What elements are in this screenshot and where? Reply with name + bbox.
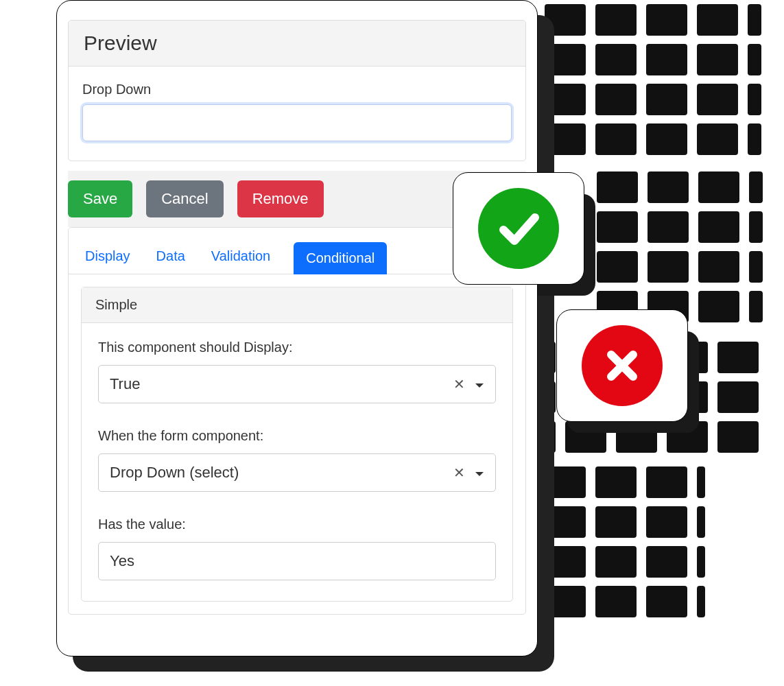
tab-conditional-body: Simple This component should Display: Tr… (69, 274, 525, 614)
save-button[interactable]: Save (68, 180, 132, 217)
simple-header: Simple (82, 287, 512, 323)
dropdown-field-label: Drop Down (82, 82, 512, 97)
display-label: This component should Display: (98, 340, 496, 355)
component-editor-card: Preview Drop Down Save Cancel Remove Dis… (56, 0, 538, 657)
simple-conditional-panel: Simple This component should Display: Tr… (81, 287, 513, 602)
x-circle-icon (582, 325, 663, 406)
when-group: When the form component: Drop Down (sele… (98, 428, 496, 492)
background-pattern (597, 172, 763, 331)
tab-display[interactable]: Display (82, 241, 133, 274)
chevron-down-icon (475, 464, 484, 482)
display-select[interactable]: True ✕ (98, 365, 496, 403)
simple-body: This component should Display: True ✕ Wh… (82, 323, 512, 601)
when-label: When the form component: (98, 428, 496, 444)
background-pattern (545, 4, 761, 163)
error-tile (556, 309, 688, 422)
chevron-down-icon (475, 375, 484, 393)
clear-icon[interactable]: ✕ (453, 464, 465, 481)
remove-button[interactable]: Remove (237, 180, 324, 217)
when-select-value: Drop Down (select) (110, 464, 453, 482)
background-pattern (545, 466, 705, 626)
success-tile (453, 172, 584, 285)
value-group: Has the value: (98, 517, 496, 580)
display-select-value: True (110, 375, 453, 393)
tab-data[interactable]: Data (154, 241, 188, 274)
settings-tabs-container: Display Data Validation Conditional Simp… (68, 227, 526, 615)
cancel-button[interactable]: Cancel (146, 180, 223, 217)
clear-icon[interactable]: ✕ (453, 376, 465, 392)
preview-panel: Preview Drop Down (68, 20, 526, 161)
display-group: This component should Display: True ✕ (98, 340, 496, 403)
tab-conditional[interactable]: Conditional (294, 242, 387, 274)
dropdown-preview-input[interactable] (82, 104, 512, 141)
check-circle-icon (478, 188, 559, 269)
value-input[interactable] (98, 542, 496, 580)
preview-body: Drop Down (69, 67, 525, 161)
tab-validation[interactable]: Validation (209, 241, 273, 274)
preview-header: Preview (69, 21, 525, 67)
value-label: Has the value: (98, 517, 496, 532)
when-select[interactable]: Drop Down (select) ✕ (98, 453, 496, 492)
